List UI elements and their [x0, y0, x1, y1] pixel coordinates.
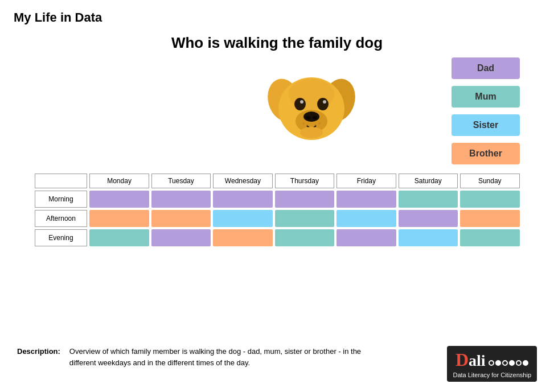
svg-point-5: [317, 98, 329, 110]
cell-evening-3: [275, 229, 334, 246]
col-friday: Friday: [336, 174, 396, 188]
cell-afternoon-4: [336, 210, 396, 227]
cell-evening-1: [151, 229, 211, 246]
cell-afternoon-2: [213, 210, 272, 227]
cell-evening-5: [399, 229, 458, 246]
cell-morning-3: [275, 191, 334, 208]
cell-afternoon-3: [275, 210, 334, 227]
row-label-evening: Evening: [35, 229, 88, 246]
col-saturday: Saturday: [399, 174, 458, 188]
dali-ali: ali: [469, 352, 486, 370]
page-title: My Life in Data: [0, 0, 554, 25]
schedule-section: Monday Tuesday Wednesday Thursday Friday…: [32, 171, 522, 249]
svg-point-11: [313, 116, 317, 119]
svg-point-9: [303, 112, 319, 122]
col-monday: Monday: [89, 174, 149, 188]
cell-evening-6: [460, 229, 520, 246]
cell-morning-2: [213, 191, 272, 208]
cell-afternoon-1: [151, 210, 211, 227]
cell-afternoon-6: [460, 210, 520, 227]
cell-morning-1: [151, 191, 211, 208]
dot2: [495, 360, 501, 366]
svg-point-10: [306, 116, 310, 119]
cell-morning-4: [336, 191, 396, 208]
legend-brother: Brother: [452, 143, 520, 164]
dot4: [509, 360, 515, 366]
description-label: Description:: [17, 347, 60, 356]
col-tuesday: Tuesday: [151, 174, 211, 188]
dali-brand: D ali: [455, 349, 529, 370]
dog-illustration: [266, 57, 357, 154]
cell-afternoon-5: [399, 210, 458, 227]
cell-afternoon-0: [89, 210, 149, 227]
svg-point-12: [302, 122, 305, 125]
cell-morning-0: [89, 191, 149, 208]
svg-point-7: [323, 100, 326, 104]
dot6: [523, 360, 528, 366]
description-text: Overview of which family member is walki…: [69, 346, 388, 368]
dali-logo: D ali Data Literacy for Citizenship: [447, 346, 537, 382]
schedule-table: Monday Tuesday Wednesday Thursday Friday…: [32, 171, 522, 249]
dali-dots: [488, 360, 529, 366]
legend-dad: Dad: [452, 57, 520, 79]
legend-sister: Sister: [452, 114, 520, 136]
svg-point-6: [300, 100, 303, 104]
legend-mum: Mum: [452, 86, 520, 108]
empty-header: [35, 174, 88, 188]
cell-morning-5: [399, 191, 458, 208]
legend: Dad Mum Sister Brother: [452, 57, 520, 164]
cell-evening-2: [213, 229, 272, 246]
dali-d: D: [455, 349, 469, 370]
cell-morning-6: [460, 191, 520, 208]
cell-evening-4: [336, 229, 396, 246]
chart-title: Who is walking the family dog: [0, 34, 554, 52]
row-label-afternoon: Afternoon: [35, 210, 88, 227]
dali-logo-text: Data Literacy for Citizenship: [453, 372, 531, 378]
row-label-morning: Morning: [35, 191, 88, 208]
svg-point-4: [294, 98, 306, 110]
cell-evening-0: [89, 229, 149, 246]
col-wednesday: Wednesday: [213, 174, 272, 188]
svg-point-16: [300, 127, 323, 138]
svg-point-15: [318, 122, 321, 125]
dot1: [489, 360, 494, 366]
col-thursday: Thursday: [275, 174, 334, 188]
footer: Description: Overview of which family me…: [0, 346, 554, 382]
dot3: [502, 360, 508, 366]
col-sunday: Sunday: [460, 174, 520, 188]
dot5: [516, 360, 522, 366]
top-section: Dad Mum Sister Brother: [0, 57, 554, 154]
